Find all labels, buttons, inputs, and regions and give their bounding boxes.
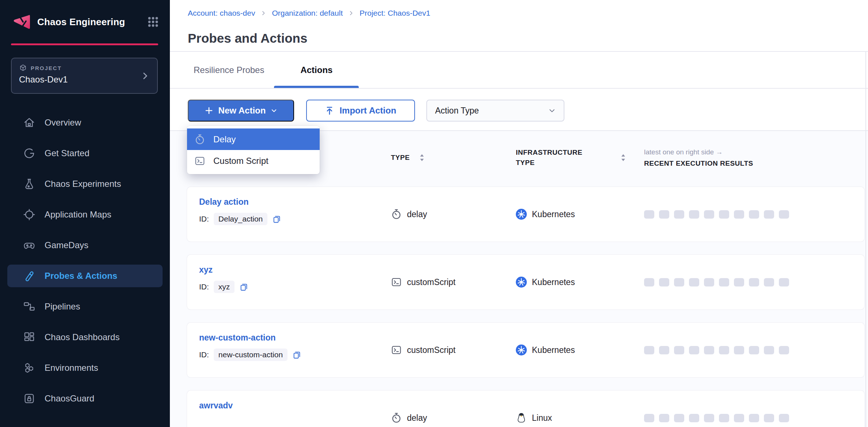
action-name-link[interactable]: awrvadv [199,401,233,411]
execution-result-placeholder [749,210,759,219]
terminal-icon [391,277,402,288]
project-selector[interactable]: PROJECT Chaos-Dev1 [11,58,158,94]
execution-result-placeholder [689,414,699,422]
sidebar-item-label: Application Maps [45,209,111,220]
copy-icon[interactable] [239,282,248,292]
recent-execution-results-cell [644,346,864,354]
new-action-button[interactable]: New Action [188,100,294,122]
tab-resilience-probes[interactable]: Resilience Probes [190,52,268,88]
chevron-down-icon [271,107,277,114]
sidebar-item-get-started[interactable]: Get Started [7,144,163,163]
probe-icon [23,270,36,282]
id-label: ID: [199,215,209,223]
sidebar-item-chaosguard[interactable]: ChaosGuard [7,389,163,408]
sidebar-item-gamedays[interactable]: GameDays [7,236,163,255]
action-type-value: delay [407,413,427,423]
sidebar-item-label: Chaos Experiments [45,179,121,189]
infrastructure-cell: Kubernetes [516,209,644,220]
action-type-cell: delay [391,209,516,220]
import-action-button[interactable]: Import Action [306,100,415,122]
action-id-value: xyz [214,281,235,293]
action-type-value: customScript [407,345,456,355]
sidebar-item-application-maps[interactable]: Application Maps [7,205,163,224]
execution-result-placeholder [644,346,654,354]
infrastructure-cell: Kubernetes [516,277,644,288]
action-name-link[interactable]: xyz [199,265,213,275]
breadcrumb-link[interactable]: Account: chaos-dev [188,9,255,18]
execution-result-placeholder [719,346,729,354]
sidebar-item-chaos-dashboards[interactable]: Chaos Dashboards [7,328,163,347]
execution-result-placeholder [644,210,654,219]
stopwatch-icon [194,134,205,145]
action-name-cell: awrvadv [199,391,391,411]
main-content: Account: chaos-devOrganization: defaultP… [170,0,868,427]
page-title: Probes and Actions [188,31,307,46]
module-grid-icon[interactable] [147,16,159,28]
menu-item-custom-script[interactable]: Custom Script [187,150,320,172]
kubernetes-icon [516,277,527,288]
sidebar-item-environments[interactable]: Environments [7,358,163,377]
execution-result-placeholder [749,346,759,354]
target-icon [23,208,36,221]
import-action-label: Import Action [339,105,396,116]
infrastructure-value: Linux [532,413,552,423]
menu-item-label: Custom Script [213,156,269,166]
execution-result-placeholder [704,278,714,286]
execution-result-placeholder [674,346,684,354]
breadcrumb-separator-icon [260,10,266,16]
action-type-value: delay [407,209,427,219]
environments-icon [23,362,36,374]
action-type-cell: customScript [391,277,516,288]
execution-result-placeholder [704,210,714,219]
infrastructure-value: Kubernetes [532,345,575,355]
action-id-value: Delay_action [214,213,267,225]
sidebar-header: Chaos Engineering [11,9,159,34]
execution-result-placeholder [779,210,789,219]
sidebar-item-pipelines[interactable]: Pipelines [7,297,163,316]
infrastructure-column-header: INFRASTRUCTURE TYPE [516,147,644,168]
app-title: Chaos Engineering [37,16,125,28]
action-name-link[interactable]: new-custom-action [199,333,276,343]
menu-item-delay[interactable]: Delay [187,128,320,150]
table-row: Delay actionID:Delay_actiondelayKubernet… [187,187,864,242]
execution-result-placeholder [689,278,699,286]
table-row: awrvadvdelayLinux [187,391,864,427]
sidebar-item-label: Chaos Dashboards [45,332,119,342]
tab-actions[interactable]: Actions [274,52,359,88]
sort-icon[interactable] [419,154,425,162]
project-name: Chaos-Dev1 [19,74,150,85]
action-name-link[interactable]: Delay action [199,197,249,207]
sidebar-item-label: Overview [45,118,81,128]
sidebar: Chaos Engineering PROJECT Chaos-Dev1 [0,0,170,427]
chevron-down-icon [548,107,556,114]
sidebar-item-overview[interactable]: Overview [7,113,163,132]
type-column-header: TYPE [391,154,516,162]
action-type-select[interactable]: Action Type [426,100,564,122]
execution-result-placeholder [779,278,789,286]
execution-result-placeholder [704,414,714,422]
sidebar-item-label: Get Started [45,148,90,158]
breadcrumb-link[interactable]: Project: Chaos-Dev1 [359,9,430,18]
sidebar-item-chaos-experiments[interactable]: Chaos Experiments [7,174,163,193]
breadcrumb-link[interactable]: Organization: default [272,9,343,18]
menu-item-label: Delay [213,134,236,145]
sidebar-item-probes-actions[interactable]: Probes & Actions [7,265,163,287]
execution-result-placeholder [659,414,669,422]
stopwatch-icon [391,209,402,220]
infrastructure-cell: Kubernetes [516,345,644,355]
execution-result-placeholder [719,278,729,286]
copy-icon[interactable] [292,350,301,359]
scroll-track[interactable] [865,51,866,427]
id-label: ID: [199,350,209,359]
chevron-right-icon [140,71,150,81]
brand-accent-divider [11,43,158,45]
tab-label: Actions [300,65,332,75]
results-column-header: latest one on right side → RECENT EXECUT… [644,148,864,168]
sort-icon[interactable] [621,154,626,162]
dashboard-icon [23,331,36,343]
results-header-label: RECENT EXECUTION RESULTS [644,159,753,168]
copy-icon[interactable] [272,215,281,224]
sidebar-item-label: ChaosGuard [45,393,94,404]
infrastructure-cell: Linux [516,412,644,423]
breadcrumb-separator-icon [348,10,354,16]
